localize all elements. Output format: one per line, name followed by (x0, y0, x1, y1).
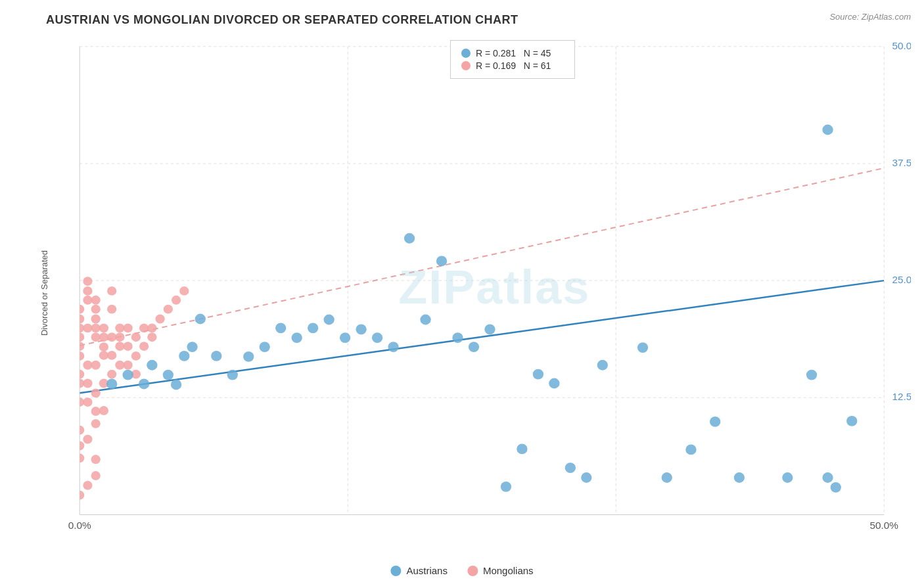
svg-point-42 (83, 397, 92, 407)
svg-point-21 (91, 323, 101, 332)
svg-point-19 (107, 286, 116, 296)
svg-point-94 (292, 332, 302, 343)
svg-point-86 (179, 351, 189, 361)
svg-point-102 (420, 315, 430, 325)
austrians-r-value: R = 0.281 N = 45 (476, 48, 551, 58)
mongolians-r-value: R = 0.169 N = 61 (476, 60, 551, 71)
svg-text:37.5%: 37.5% (892, 157, 911, 168)
svg-point-115 (662, 472, 672, 483)
svg-point-92 (260, 342, 270, 352)
svg-text:12.5%: 12.5% (892, 391, 911, 402)
svg-point-110 (549, 378, 559, 389)
mongolian-dots (75, 277, 189, 499)
svg-point-87 (187, 342, 197, 352)
svg-point-93 (275, 323, 286, 333)
svg-point-113 (597, 360, 608, 371)
svg-point-71 (115, 361, 124, 370)
svg-line-16 (80, 281, 884, 393)
svg-point-31 (107, 332, 116, 342)
svg-point-81 (122, 370, 133, 380)
svg-point-50 (124, 323, 133, 332)
svg-point-106 (484, 324, 495, 334)
svg-point-88 (195, 314, 206, 325)
mongolians-legend-item: Mongolians (467, 565, 534, 576)
chart-area: ZIPatlas R = 0.281 N = 45 R = 0.169 N = … (39, 34, 911, 541)
svg-point-72 (107, 351, 116, 360)
svg-point-109 (533, 369, 543, 380)
svg-point-96 (323, 315, 334, 325)
svg-point-46 (83, 435, 92, 444)
austrians-label: Austrians (406, 565, 448, 576)
svg-point-91 (243, 351, 254, 362)
svg-point-28 (91, 315, 101, 324)
svg-point-54 (155, 315, 164, 324)
svg-point-51 (131, 332, 141, 342)
svg-point-65 (91, 332, 101, 342)
svg-point-90 (227, 370, 238, 380)
chart-title: AUSTRIAN VS MONGOLIAN DIVORCED OR SEPARA… (46, 13, 911, 27)
mongolians-bottom-dot (467, 566, 478, 576)
scatter-chart: 50.0% 37.5% 25.0% 12.5% 0.0% 50.0% (39, 34, 911, 541)
svg-point-60 (131, 351, 141, 361)
austrians-legend-item: Austrians (390, 565, 448, 576)
chart-container: AUSTRIAN VS MONGOLIAN DIVORCED OR SEPARA… (0, 0, 924, 586)
svg-point-99 (372, 332, 382, 343)
svg-point-104 (452, 332, 463, 343)
svg-point-98 (356, 324, 366, 334)
mongolians-legend-dot (461, 61, 471, 70)
svg-point-79 (115, 342, 124, 351)
legend-row-austrians: R = 0.281 N = 45 (461, 48, 564, 58)
austrians-legend-dot (461, 49, 471, 58)
svg-point-39 (83, 379, 92, 388)
svg-point-48 (91, 455, 101, 464)
svg-point-95 (308, 323, 318, 333)
svg-point-27 (91, 305, 101, 314)
svg-point-82 (139, 379, 149, 390)
legend-row-mongolians: R = 0.169 N = 61 (461, 60, 564, 71)
svg-point-83 (147, 360, 157, 371)
svg-point-52 (139, 323, 149, 332)
svg-point-25 (83, 286, 92, 296)
svg-point-59 (124, 342, 133, 351)
svg-point-101 (404, 233, 415, 244)
legend-container: R = 0.281 N = 45 R = 0.169 N = 61 (450, 40, 575, 79)
austrian-dots (106, 125, 857, 493)
svg-text:50.0%: 50.0% (870, 520, 898, 531)
svg-point-120 (806, 370, 817, 380)
svg-point-107 (501, 482, 511, 492)
svg-point-121 (831, 482, 841, 493)
svg-text:25.0%: 25.0% (892, 274, 911, 285)
svg-point-57 (179, 286, 189, 296)
svg-point-67 (124, 361, 133, 370)
svg-point-62 (147, 332, 156, 342)
svg-point-118 (734, 472, 745, 483)
svg-point-119 (782, 472, 793, 483)
svg-point-111 (565, 462, 576, 473)
mongolians-label: Mongolians (483, 565, 534, 576)
svg-point-85 (171, 380, 181, 390)
svg-point-58 (115, 332, 124, 342)
svg-point-77 (99, 406, 108, 415)
svg-point-43 (91, 407, 101, 416)
svg-point-49 (99, 323, 108, 332)
svg-point-76 (91, 419, 101, 428)
svg-point-29 (99, 332, 108, 342)
svg-point-112 (581, 472, 591, 483)
svg-point-40 (91, 388, 101, 397)
svg-point-74 (83, 481, 92, 490)
svg-point-32 (115, 323, 124, 332)
svg-point-116 (685, 445, 696, 455)
svg-point-56 (172, 296, 181, 305)
svg-point-26 (83, 296, 92, 305)
svg-point-84 (163, 370, 173, 380)
svg-point-53 (147, 323, 156, 332)
svg-point-103 (436, 256, 447, 266)
svg-point-20 (91, 296, 101, 305)
svg-point-80 (106, 379, 117, 390)
svg-point-36 (91, 361, 101, 370)
svg-point-24 (83, 277, 92, 286)
svg-point-63 (83, 323, 92, 332)
svg-point-123 (822, 472, 833, 483)
svg-point-18 (107, 305, 116, 314)
austrians-bottom-dot (390, 566, 401, 576)
